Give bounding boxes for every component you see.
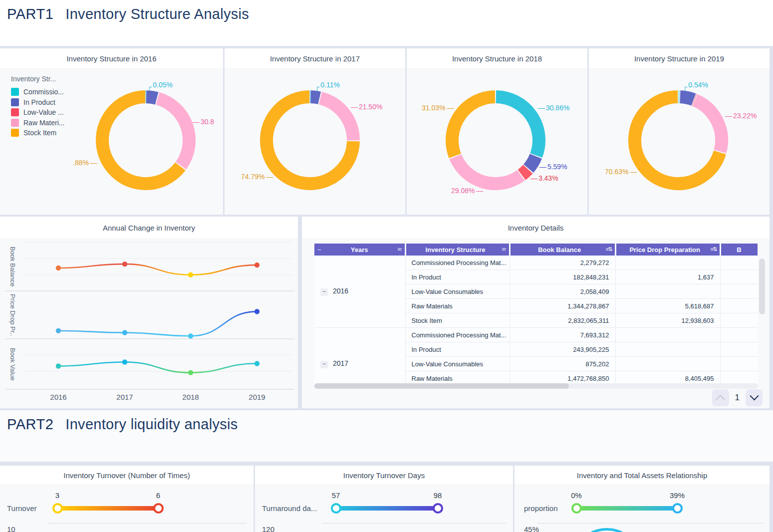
data-point[interactable] bbox=[255, 263, 259, 267]
donut-segment-3[interactable] bbox=[158, 98, 189, 166]
page-down-button[interactable] bbox=[746, 389, 763, 406]
gauge-high-value: 6 bbox=[147, 491, 169, 500]
donut-callout-label: — 23.22% bbox=[725, 112, 757, 120]
data-point[interactable] bbox=[188, 333, 193, 338]
table-row[interactable]: −2016Commissioned Processing Mat...2,279… bbox=[314, 256, 758, 270]
chart-title: Annual Change in Inventory bbox=[0, 217, 298, 239]
donut-segment-3[interactable] bbox=[456, 157, 521, 184]
sort-icon[interactable]: ≡↑ bbox=[502, 246, 506, 252]
vertical-scrollbar-thumb[interactable] bbox=[759, 259, 765, 314]
donut-panel-2018: Inventory Structure in 2018 31.03% —— 30… bbox=[407, 48, 587, 215]
donut-segment-1[interactable] bbox=[528, 156, 536, 168]
collapse-group-icon[interactable]: − bbox=[320, 288, 328, 296]
value-cell: 2,832,065,311 bbox=[510, 313, 615, 328]
collapse-group-icon[interactable]: − bbox=[320, 361, 328, 368]
x-axis-label: 2019 bbox=[249, 393, 265, 401]
data-point[interactable] bbox=[56, 363, 61, 368]
data-point[interactable] bbox=[56, 328, 61, 333]
legend-item[interactable]: Low-Value ... bbox=[11, 107, 64, 118]
donut-segment-0[interactable] bbox=[496, 97, 539, 155]
gauge-axis-line bbox=[47, 523, 247, 524]
data-point[interactable] bbox=[255, 361, 259, 366]
column-header-price-drop-preparation[interactable]: Price Drop Preparation≡⇅ bbox=[615, 244, 720, 256]
gauge-range-bar[interactable] bbox=[576, 506, 677, 511]
horizontal-scrollbar-thumb[interactable] bbox=[314, 383, 569, 389]
donut-panel-2017: Inventory Structure in 2017 ┌0.11%— 21.5… bbox=[225, 48, 405, 215]
gauge-low-handle[interactable] bbox=[571, 503, 582, 514]
data-point[interactable] bbox=[188, 272, 193, 277]
gauge-low-value: 57 bbox=[325, 491, 347, 500]
gauge-low-value: 0% bbox=[565, 491, 587, 500]
legend-item[interactable]: Commissio... bbox=[11, 87, 64, 97]
donut-segment-1[interactable] bbox=[680, 97, 694, 100]
donut-segment-4[interactable] bbox=[452, 97, 495, 156]
column-header-book-balance[interactable]: Book Balance≡⇅ bbox=[510, 244, 615, 256]
part2-header: PART2Inventory liquidity analysis bbox=[0, 410, 773, 462]
value-cell: 7,693,312 bbox=[510, 328, 615, 342]
structure-cell: Commissioned Processing Mat... bbox=[405, 256, 510, 270]
structure-cell: In Product bbox=[405, 342, 510, 357]
value-cell bbox=[615, 357, 720, 371]
gauge-high-value: 98 bbox=[427, 491, 449, 500]
value-cell bbox=[615, 284, 720, 299]
data-point[interactable] bbox=[255, 309, 259, 314]
value-cell bbox=[615, 342, 720, 357]
turnover-days-gauge: Turnaround da...5798120 bbox=[255, 485, 513, 532]
column-header-inventory-structure[interactable]: Inventory Structure≡↑ bbox=[405, 244, 510, 256]
donut-callout-label: — 5.59% bbox=[539, 163, 567, 171]
table-row[interactable]: −2017Commissioned Processing Mat...7,693… bbox=[314, 328, 758, 342]
data-point[interactable] bbox=[188, 370, 193, 375]
gauge-range-bar[interactable] bbox=[336, 506, 438, 511]
sort-icon[interactable]: ≡⇅ bbox=[711, 246, 717, 253]
sort-icon[interactable]: ≡↑ bbox=[398, 246, 402, 252]
column-header-b[interactable]: B bbox=[720, 244, 758, 256]
donut-segment-1[interactable] bbox=[311, 97, 320, 98]
gauge-low-handle[interactable] bbox=[331, 503, 341, 514]
sort-icon[interactable]: ≡⇅ bbox=[606, 246, 612, 253]
donut-segment-2[interactable] bbox=[521, 169, 527, 175]
donut-callout-label: — 30.8 bbox=[193, 118, 214, 126]
legend-swatch-icon bbox=[11, 108, 19, 116]
legend-swatch-icon bbox=[11, 119, 19, 127]
year-label: 2017 bbox=[333, 359, 348, 367]
donut-callout-label: — 3.43% bbox=[530, 174, 558, 182]
legend-item[interactable]: Raw Materi... bbox=[11, 118, 64, 128]
value-cell: 2,058,409 bbox=[510, 284, 615, 299]
gauge-high-handle[interactable] bbox=[433, 503, 443, 514]
gauge-range-bar[interactable] bbox=[57, 506, 158, 511]
year-label: 2016 bbox=[333, 287, 348, 295]
collapse-all-icon[interactable]: − bbox=[317, 246, 321, 254]
donut-segment-1[interactable] bbox=[146, 97, 157, 98]
data-point[interactable] bbox=[122, 330, 127, 335]
data-point[interactable] bbox=[122, 262, 127, 266]
gauge-high-handle[interactable] bbox=[153, 503, 164, 514]
gauge-high-handle[interactable] bbox=[672, 503, 683, 514]
column-header-years[interactable]: −Years≡↑ bbox=[314, 244, 405, 256]
legend-item[interactable]: In Product bbox=[11, 97, 64, 108]
gauge-axis-label: 120 bbox=[262, 525, 274, 532]
donut-callout-label: 74.79% — bbox=[241, 173, 272, 181]
assets-relationship-gauge: proportion0%39%45% bbox=[515, 485, 770, 532]
value-cell bbox=[720, 328, 758, 342]
data-point[interactable] bbox=[56, 266, 61, 270]
legend: Inventory Str... Commissio...In ProductL… bbox=[11, 75, 64, 138]
donut-segment-3[interactable] bbox=[695, 100, 722, 152]
gauge-series-label: Turnover bbox=[7, 504, 36, 513]
structure-cell: Commissioned Processing Mat... bbox=[405, 328, 510, 342]
legend-item-label: Commissio... bbox=[23, 88, 64, 96]
donut-callout-label: 29.08% — bbox=[451, 187, 483, 195]
donut-callout-label: — 30.86% bbox=[538, 104, 569, 112]
column-header-label: Price Drop Preparation bbox=[629, 246, 700, 254]
inventory-details-panel: Inventory Details −Years≡↑Inventory Stru… bbox=[302, 217, 770, 408]
page-number: 1 bbox=[735, 393, 740, 403]
legend-item[interactable]: Stock Item bbox=[11, 128, 64, 138]
donut-segment-3[interactable] bbox=[320, 98, 353, 141]
gauge-low-handle[interactable] bbox=[52, 503, 63, 514]
page-up-button[interactable] bbox=[712, 389, 729, 406]
horizontal-scrollbar[interactable] bbox=[314, 383, 758, 389]
chevron-down-icon bbox=[750, 391, 759, 400]
donut-chart-2019: ┌0.54%— 23.22%70.63% — bbox=[589, 69, 770, 215]
data-point[interactable] bbox=[122, 359, 127, 364]
gauge-low-value: 3 bbox=[46, 491, 68, 500]
value-cell bbox=[720, 256, 758, 270]
